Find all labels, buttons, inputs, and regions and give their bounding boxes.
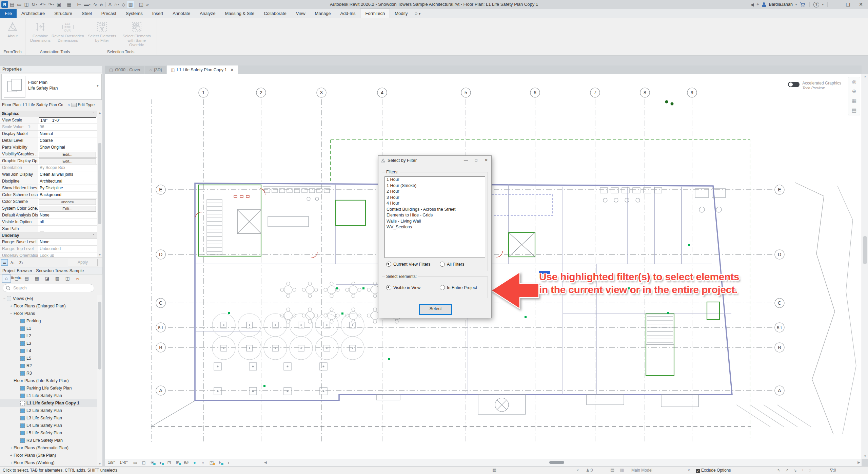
property-row[interactable]: System Color Sche...Edit... — [0, 205, 97, 212]
tab-massing-site[interactable]: Massing & Site — [220, 9, 259, 18]
radio-in-entire-project[interactable]: In Entire Project — [440, 285, 477, 290]
property-row[interactable]: Wall Join DisplayClean all wall joins — [0, 171, 97, 178]
property-row[interactable]: Detail LevelCoarse — [0, 137, 97, 144]
tab-add-ins[interactable]: Add-Ins — [336, 9, 360, 18]
type-selector[interactable]: Floor Plan Life Safety Plan ▼ — [1, 74, 102, 100]
tab-insert[interactable]: Insert — [147, 9, 168, 18]
reveal-hidden-elements-icon[interactable]: 6∂ — [182, 460, 191, 465]
filter-item[interactable]: 2 Hour — [385, 189, 485, 195]
analytical-model-icon[interactable]: ▫ — [199, 460, 208, 465]
tab-systems[interactable]: Systems — [121, 9, 147, 18]
sort-descending-icon[interactable]: Z↓ — [18, 260, 25, 266]
tab-collaborate[interactable]: Collaborate — [259, 9, 291, 18]
close-view-tab-icon[interactable]: ✕ — [230, 68, 234, 72]
property-row[interactable]: Color Scheme Loca...Background — [0, 192, 97, 198]
filter-item[interactable]: 1 Hour — [385, 177, 485, 183]
radio-all-filters[interactable]: All Filters — [440, 262, 464, 267]
edit-type-button[interactable]: Edit Type — [72, 102, 95, 107]
tree-item-floor-plans-schematic-plan-[interactable]: +Floor Plans (Schematic Plan) — [0, 444, 97, 452]
sort-default-icon[interactable]: ☰ — [1, 259, 8, 266]
transfer-icon[interactable]: ▦ — [66, 1, 72, 8]
filter-item[interactable]: Elements to Hide - Grids — [385, 212, 485, 219]
tab-annotate[interactable]: Annotate — [168, 9, 195, 18]
tree-item-r3-life-safety-plan[interactable]: R3 Life Safety Plan — [0, 437, 97, 444]
properties-scrollbar[interactable]: ▲▼ — [97, 111, 102, 257]
tree-item-l1-life-safety-plan[interactable]: L1 Life Safety Plan — [0, 392, 97, 399]
exclude-options-checkbox[interactable]: ✓Exclude Options — [696, 467, 731, 474]
tree-item-views-fe-[interactable]: −Views (Fe) — [0, 295, 97, 302]
sort-ascending-icon[interactable]: A↓ — [9, 260, 17, 266]
filter-item[interactable]: 3 Hour — [385, 195, 485, 201]
accelerated-graphics-toggle[interactable] — [788, 82, 800, 87]
reveal-overridden-dimensions-button[interactable]: 123120OVR Reveal OverriddenDimensions — [52, 20, 84, 43]
view-tab-3d[interactable]: ⌂ {3D} — [145, 66, 166, 74]
pan-icon[interactable]: ▦ — [848, 96, 860, 106]
filter-item[interactable]: WV_Sections — [385, 224, 485, 230]
tree-item-l3[interactable]: L3 — [0, 340, 97, 347]
tab-architecture[interactable]: Architecture — [17, 9, 50, 18]
browser-select-icon[interactable]: ▢ — [12, 274, 21, 283]
aligned-dimension-icon[interactable]: ⊢ — [76, 1, 82, 8]
select-button[interactable]: Select — [419, 304, 452, 315]
property-row[interactable]: Scale Value 1:96 — [0, 124, 97, 131]
radio-current-view-filters[interactable]: Current View Filters — [386, 262, 431, 267]
element-selector[interactable]: Floor Plan: L1 Life Safety Plan Cc — [0, 102, 66, 107]
section-underlay[interactable]: Underlay⌃ — [0, 232, 97, 239]
property-row[interactable]: Sun Path — [0, 226, 97, 232]
dialog-title-bar[interactable]: Select by Filter — □ ✕ — [378, 156, 491, 165]
dialog-maximize-button[interactable]: □ — [471, 156, 481, 165]
user-name[interactable]: BardiaJahan — [769, 2, 793, 7]
dialog-close-button[interactable]: ✕ — [481, 156, 491, 165]
tree-item-l3-life-safety-plan[interactable]: L3 Life Safety Plan — [0, 414, 97, 422]
user-interface-icon[interactable]: ▥ — [127, 1, 134, 8]
worksets-collapse-icon[interactable]: ∨ — [576, 467, 579, 474]
view-tab-l1-life-safety-copy[interactable]: ◫ L1 Life Safety Plan Copy 1 ✕ — [167, 65, 238, 74]
shadows-icon[interactable]: ◐ — [157, 460, 165, 465]
property-row[interactable]: Visibility/Graphics ...Edit... — [0, 151, 97, 158]
undo-icon[interactable]: ↶▾ — [39, 1, 46, 8]
project-browser-header[interactable]: Project Browser - Snowdon Towers Sample … — [0, 267, 102, 274]
property-row[interactable]: Visible In Optionall — [0, 219, 97, 226]
tree-item-l4-life-safety-plan[interactable]: L4 Life Safety Plan — [0, 422, 97, 429]
editing-requests-icon[interactable]: ♟:0 — [586, 467, 593, 474]
tab-manage[interactable]: Manage — [310, 9, 336, 18]
canvas-vertical-scrollbar[interactable]: ▲ ▼ — [862, 74, 868, 459]
tree-item-l5-life-safety-plan[interactable]: L5 Life Safety Plan — [0, 429, 97, 437]
radio-visible-in-view[interactable]: Visible in View — [386, 285, 420, 290]
property-row[interactable]: DisciplineArchitectural — [0, 178, 97, 185]
text-icon[interactable]: A — [107, 1, 113, 8]
browser-group-icon[interactable]: ◫ — [63, 274, 72, 283]
section-graphics[interactable]: Graphics⌃ — [0, 111, 97, 117]
visual-style-icon[interactable]: ▭ — [131, 460, 140, 465]
panel-label-selection-tools[interactable]: Selection Tools — [85, 50, 157, 54]
close-inactive-views-icon[interactable]: ◱ — [138, 1, 144, 8]
back-icon[interactable]: ◀ — [750, 2, 754, 7]
minimize-button[interactable]: – — [831, 2, 840, 7]
tree-item-parking[interactable]: Parking — [0, 317, 97, 325]
active-design-option[interactable]: Main Model — [631, 467, 652, 474]
more-commands-icon[interactable]: » — [145, 1, 150, 8]
tree-item-floor-plans-life-safety-plan-[interactable]: −Floor Plans (Life Safety Plan) — [0, 377, 97, 384]
tree-item-l2-life-safety-plan[interactable]: L2 Life Safety Plan — [0, 407, 97, 414]
save-icon[interactable]: ◫ — [23, 1, 29, 8]
tree-item-floor-plans-working-[interactable]: +Floor Plans (Working) — [0, 459, 97, 466]
steering-wheel-icon[interactable]: ◎ — [848, 77, 860, 87]
apply-button[interactable]: Apply — [68, 259, 98, 266]
sun-settings-icon[interactable]: ☀ — [148, 460, 157, 465]
selection-toggle-icons[interactable]: ↖↗↘+◌ — [777, 467, 816, 474]
filters-list[interactable]: 1 Hour1 Hour (Smoke)2 Hour3 Hour4 HourCo… — [384, 176, 485, 258]
property-row[interactable]: Default Analysis Dis...None — [0, 212, 97, 219]
crop-region-visible-icon[interactable]: ⊞ — [174, 460, 182, 465]
tab-steel[interactable]: Steel — [77, 9, 97, 18]
tree-item-parking-life-safety-plan[interactable]: Parking Life Safety Plan — [0, 384, 97, 392]
tree-item-floor-plans-enlarged-plan-[interactable]: +Floor Plans (Enlarged Plan) — [0, 302, 97, 310]
property-row[interactable]: View Scale1/8" = 1'-0" — [0, 117, 97, 124]
design-options-dialog-icon[interactable]: ▥ — [620, 467, 624, 474]
tree-item-l5[interactable]: L5 — [0, 355, 97, 362]
tab-modify[interactable]: Modify — [390, 9, 412, 18]
sync-with-central-icon[interactable]: ↻▾ — [31, 1, 38, 8]
file-properties-icon[interactable]: ▤ — [9, 1, 15, 8]
property-row[interactable]: Parts VisibilityShow Original — [0, 144, 97, 151]
panel-label-annotation-tools[interactable]: Annotation Tools — [25, 50, 85, 54]
property-row[interactable]: Color Scheme<none> — [0, 198, 97, 205]
